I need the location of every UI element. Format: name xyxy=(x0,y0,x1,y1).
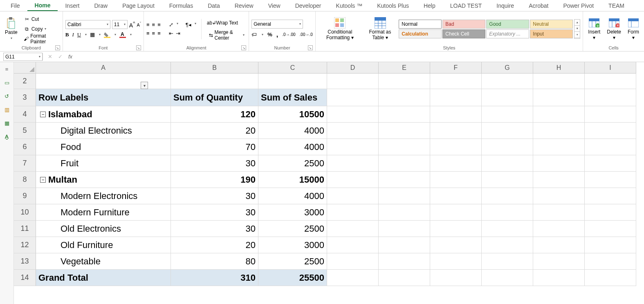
sidepanel-find-icon[interactable]: A̱ xyxy=(5,134,9,140)
cell[interactable] xyxy=(379,188,430,204)
collapse-icon[interactable]: − xyxy=(40,177,46,183)
font-name-combo[interactable]: Calibri▾ xyxy=(65,20,110,29)
cell[interactable] xyxy=(585,188,636,204)
cell[interactable] xyxy=(585,123,636,139)
cell[interactable] xyxy=(430,155,482,172)
merge-center-button[interactable]: ⇆ Merge & Center ▾ xyxy=(206,30,247,40)
cell[interactable] xyxy=(327,188,379,204)
cell[interactable] xyxy=(482,123,533,139)
cell[interactable]: 3000 xyxy=(258,204,327,221)
orientation-button[interactable]: ⤢ xyxy=(169,22,173,28)
cell[interactable] xyxy=(430,270,482,286)
cell[interactable]: Fruit xyxy=(36,155,171,172)
cell[interactable]: Old Electronics xyxy=(36,221,171,237)
cell[interactable] xyxy=(585,89,636,106)
cell[interactable]: 30 xyxy=(171,221,258,237)
font-color-button[interactable]: A xyxy=(119,31,126,38)
cell[interactable]: Modern Furniture xyxy=(36,204,171,221)
cell[interactable] xyxy=(327,106,379,123)
row-header-6[interactable]: 6 xyxy=(14,139,36,155)
sidepanel-autotext-icon[interactable]: ↺ xyxy=(4,93,9,99)
align-right-icon[interactable]: ≡ xyxy=(157,30,161,36)
scroll-down-icon[interactable]: ▼ xyxy=(574,26,580,32)
cell[interactable] xyxy=(379,139,430,155)
col-header-G[interactable]: G xyxy=(482,62,533,74)
cell[interactable] xyxy=(533,139,585,155)
tab-load-test[interactable]: LOAD TEST xyxy=(443,1,489,11)
row-header-3[interactable]: 3 xyxy=(14,89,36,106)
cell[interactable] xyxy=(171,74,258,89)
style-explanatory[interactable]: Explanatory ... xyxy=(486,29,529,38)
pivot-filter-button[interactable]: ▾ xyxy=(141,82,148,89)
row-header-12[interactable]: 12 xyxy=(14,237,36,253)
cell[interactable] xyxy=(533,123,585,139)
dialog-launcher-icon[interactable]: ↘ xyxy=(55,45,60,50)
cell[interactable] xyxy=(327,221,379,237)
tab-developer[interactable]: Developer xyxy=(288,1,329,11)
row-header-13[interactable]: 13 xyxy=(14,253,36,270)
cell[interactable] xyxy=(379,237,430,253)
cell[interactable] xyxy=(327,237,379,253)
cell[interactable]: 2500 xyxy=(258,253,327,270)
dialog-launcher-icon[interactable]: ↘ xyxy=(308,45,313,50)
sidepanel-lines-icon[interactable]: ≡ xyxy=(5,66,9,72)
cut-button[interactable]: ✂ Cut xyxy=(22,14,60,24)
row-header-8[interactable]: 8 xyxy=(14,172,36,188)
scroll-up-icon[interactable]: ▲ xyxy=(574,20,580,26)
align-left-icon[interactable]: ≡ xyxy=(146,30,150,36)
percent-button[interactable]: % xyxy=(267,31,272,38)
cell[interactable] xyxy=(327,155,379,172)
cell[interactable] xyxy=(379,270,430,286)
sidepanel-column-icon[interactable]: ▦ xyxy=(4,120,9,126)
cell[interactable]: 30 xyxy=(171,155,258,172)
cell[interactable] xyxy=(482,221,533,237)
cell[interactable] xyxy=(533,89,585,106)
tab-home[interactable]: Home xyxy=(27,0,58,11)
sidepanel-name-icon[interactable]: ▥ xyxy=(4,107,9,113)
cell[interactable] xyxy=(533,106,585,123)
cell[interactable] xyxy=(482,204,533,221)
cell[interactable]: Grand Total xyxy=(36,270,171,286)
cell[interactable]: Digital Electronics xyxy=(36,123,171,139)
style-normal[interactable]: Normal xyxy=(399,20,442,29)
cell[interactable]: Row Labels xyxy=(36,89,171,106)
cell[interactable] xyxy=(327,253,379,270)
tab-draw[interactable]: Draw xyxy=(87,1,115,11)
col-header-D[interactable]: D xyxy=(327,62,379,74)
row-header-9[interactable]: 9 xyxy=(14,188,36,204)
delete-button[interactable]: × Delete▾ xyxy=(604,14,624,44)
font-size-combo[interactable]: 11▾ xyxy=(112,20,128,29)
cell[interactable] xyxy=(533,188,585,204)
cell[interactable] xyxy=(482,172,533,188)
align-bottom-icon[interactable]: ≡ xyxy=(157,22,161,28)
cell[interactable]: Sum of Sales xyxy=(258,89,327,106)
cell[interactable] xyxy=(430,74,482,89)
cell[interactable]: 20 xyxy=(171,237,258,253)
cell[interactable]: 190 xyxy=(171,172,258,188)
cell[interactable] xyxy=(430,221,482,237)
cell[interactable] xyxy=(585,106,636,123)
cell[interactable] xyxy=(585,204,636,221)
collapse-icon[interactable]: − xyxy=(40,112,46,117)
cell[interactable] xyxy=(379,89,430,106)
name-box[interactable]: G11▾ xyxy=(3,53,43,61)
cell[interactable] xyxy=(585,270,636,286)
tab-kutools-plus[interactable]: Kutools Plus xyxy=(370,1,416,11)
increase-font-icon[interactable]: A^ xyxy=(129,20,135,29)
cell[interactable] xyxy=(258,74,327,89)
align-center-icon[interactable]: ≡ xyxy=(152,30,155,36)
rtl-button[interactable]: ¶◂ xyxy=(186,22,191,28)
cell[interactable] xyxy=(327,204,379,221)
cell[interactable] xyxy=(379,172,430,188)
cell[interactable]: 2500 xyxy=(258,155,327,172)
cell[interactable] xyxy=(430,106,482,123)
tab-power-pivot[interactable]: Power Pivot xyxy=(556,1,601,11)
cell[interactable] xyxy=(533,74,585,89)
tab-formulas[interactable]: Formulas xyxy=(162,1,200,11)
cell[interactable] xyxy=(585,172,636,188)
fill-color-button[interactable] xyxy=(104,31,110,38)
style-check-cell[interactable]: Check Cell xyxy=(442,29,485,38)
comma-button[interactable]: , xyxy=(276,31,278,38)
cell[interactable]: 30 xyxy=(171,188,258,204)
styles-more-icon[interactable]: ▾ xyxy=(574,32,580,38)
